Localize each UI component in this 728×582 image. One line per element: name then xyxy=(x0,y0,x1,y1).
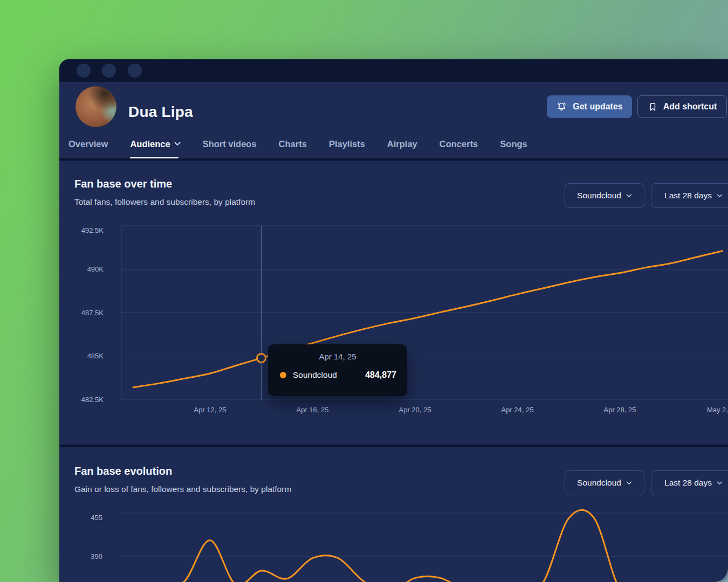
date-range-dropdown-2[interactable]: Last 28 days xyxy=(651,470,728,495)
date-range-dropdown-1[interactable]: Last 28 days xyxy=(651,183,728,208)
tooltip-series-row: Soundcloud 484,877 xyxy=(280,370,396,380)
x-axis-tick-label: Apr 12, 25 xyxy=(194,406,226,414)
fanbase-over-time-title: Fan base over time xyxy=(74,178,172,190)
artist-nav-tabs: Overview Audience Short videos Charts Pl… xyxy=(59,129,728,158)
tab-concerts[interactable]: Concerts xyxy=(439,129,478,158)
series-line-soundcloud xyxy=(133,251,723,387)
x-axis-tick-label: Apr 16, 25 xyxy=(297,406,329,414)
fanbase-evolution-title: Fan base evolution xyxy=(74,465,172,477)
platform-filter-dropdown-2[interactable]: Soundcloud xyxy=(565,470,644,495)
y-axis-tick-label: 487.5K xyxy=(81,309,104,317)
tab-overview[interactable]: Overview xyxy=(68,129,108,158)
page-background: { "header": { "artist_name": "Dua Lipa",… xyxy=(0,0,728,582)
tooltip-value: 484,877 xyxy=(365,370,396,380)
hover-marker xyxy=(257,354,266,362)
x-axis-tick-label: Apr 20, 25 xyxy=(399,406,431,414)
window-control-dot[interactable] xyxy=(128,64,142,78)
fanbase-over-time-subtitle: Total fans, followers and subscribers, b… xyxy=(74,197,255,207)
bookmark-icon xyxy=(648,102,658,112)
artist-name: Dua Lipa xyxy=(128,103,193,121)
get-updates-button[interactable]: Get updates xyxy=(547,95,632,118)
y-axis-tick-label: 455 xyxy=(91,514,102,522)
artist-avatar xyxy=(75,86,116,127)
y-axis-tick-label: 482.5K xyxy=(81,396,104,404)
tab-playlists[interactable]: Playlists xyxy=(329,129,365,158)
window-titlebar xyxy=(59,59,728,82)
chevron-down-icon xyxy=(717,481,723,485)
series-line-soundcloud xyxy=(133,510,723,582)
x-axis-tick-label: Apr 28, 25 xyxy=(604,406,636,414)
chevron-down-icon xyxy=(626,194,632,198)
add-shortcut-button[interactable]: Add shortcut xyxy=(637,95,727,118)
get-updates-label: Get updates xyxy=(573,102,622,112)
tab-audience[interactable]: Audience xyxy=(130,129,180,158)
bell-icon xyxy=(556,101,567,113)
chevron-down-icon xyxy=(174,142,181,146)
window-control-dot[interactable] xyxy=(102,64,116,78)
soundcloud-series-dot xyxy=(280,372,286,378)
section-divider xyxy=(59,158,728,161)
fanbase-evolution-subtitle: Gain or loss of fans, followers and subs… xyxy=(74,484,291,494)
section-divider xyxy=(59,445,728,447)
y-axis-tick-label: 390 xyxy=(91,552,102,560)
tab-short-videos[interactable]: Short videos xyxy=(203,129,257,158)
chevron-down-icon xyxy=(717,194,723,198)
window-control-dot[interactable] xyxy=(77,64,91,78)
x-axis-tick-label: Apr 24, 25 xyxy=(502,406,534,414)
y-axis-tick-label: 485K xyxy=(87,352,104,360)
chevron-down-icon xyxy=(626,481,632,485)
tooltip-date: Apr 14, 25 xyxy=(268,352,407,361)
x-axis-tick-label: May 2, 25 xyxy=(707,406,728,414)
tab-airplay[interactable]: Airplay xyxy=(387,129,417,158)
add-shortcut-label: Add shortcut xyxy=(663,102,717,112)
fanbase-evolution-chart[interactable]: 390455 xyxy=(59,507,728,582)
app-window: Dua Lipa Get updates Add shortcut Overvi… xyxy=(59,59,728,582)
tooltip-series-name: Soundcloud xyxy=(293,370,337,380)
tab-charts[interactable]: Charts xyxy=(279,129,307,158)
y-axis-tick-label: 490K xyxy=(87,265,104,273)
y-axis-tick-label: 492.5K xyxy=(81,226,104,234)
platform-filter-dropdown-1[interactable]: Soundcloud xyxy=(565,183,644,208)
tab-songs[interactable]: Songs xyxy=(500,129,527,158)
chart-tooltip: Apr 14, 25 Soundcloud 484,877 xyxy=(268,344,407,396)
